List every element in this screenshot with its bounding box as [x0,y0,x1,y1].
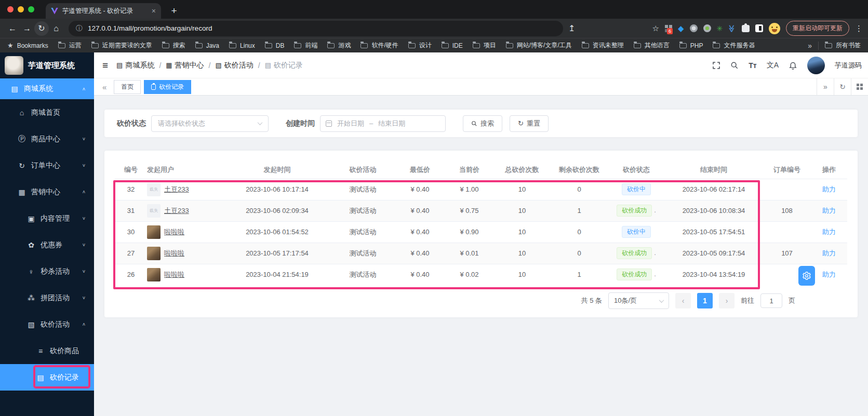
bookmark-folder[interactable]: 其他语言 [634,41,670,50]
layout-grid-icon[interactable] [851,78,868,95]
site-info-icon[interactable]: ⓘ [76,24,83,33]
extension-green-star-icon[interactable]: ✳ [717,24,723,33]
font-size-icon[interactable]: Tᴛ [749,61,756,70]
tag-bargain-record[interactable]: 砍价记录 [144,80,191,94]
sidebar-item-mall-home[interactable]: ⌂商城首页 [0,99,94,126]
search-button[interactable]: 搜索 [463,115,502,132]
assist-link[interactable]: 助力 [822,271,836,278]
bookmark-folder[interactable]: Linux [229,42,255,49]
bookmark-folder[interactable]: 项目 [473,41,496,50]
page-size-select[interactable]: 10条/页 [608,292,669,309]
restart-update-button[interactable]: 重新启动即可更新 [786,21,849,36]
tags-scroll-left-icon[interactable]: « [98,83,111,91]
tags-scroll-right-icon[interactable]: » [817,78,834,95]
sidebar-item-bargain-record[interactable]: ▤砍价记录 [0,364,94,391]
sidebar-item-product-center[interactable]: Ⓟ商品中心∨ [0,126,94,152]
prev-page-button[interactable]: ‹ [675,293,691,308]
folder-icon [442,43,449,48]
breadcrumb-marketing-center[interactable]: ▦营销中心 [166,61,204,70]
browser-menu-icon[interactable]: ⋮ [855,24,863,33]
sidebar-item-bargain-product[interactable]: ≡砍价商品 [0,338,94,364]
tags-refresh-icon[interactable]: ↻ [834,78,851,95]
end-date-input[interactable]: 结束日期 [378,119,405,128]
forward-icon[interactable]: → [20,21,34,36]
search-icon[interactable] [730,61,739,70]
reset-button[interactable]: ↻ 重置 [510,115,549,132]
tag-home[interactable]: 首页 [114,80,141,94]
profile-avatar[interactable] [769,23,780,34]
start-date-input[interactable]: 开始日期 [337,119,364,128]
assist-link[interactable]: 助力 [822,185,836,193]
sidebar-item-marketing-center[interactable]: ▦营销中心∧ [0,179,94,205]
next-page-button[interactable]: › [719,293,735,308]
user-name-link[interactable]: 土豆233 [164,206,189,216]
assist-link[interactable]: 助力 [822,207,836,214]
breadcrumb-mall-system[interactable]: ▤商城系统 [116,61,154,70]
all-bookmarks-folder[interactable]: 所有书签 [825,41,861,50]
bookmark-folder[interactable]: IDE [442,42,463,49]
goto-page-input[interactable] [760,293,782,308]
cell-user: 啦啦啦 [147,221,224,243]
assist-link[interactable]: 助力 [822,249,836,257]
window-zoom-button[interactable] [28,6,34,12]
user-name-link[interactable]: 啦啦啦 [164,227,184,237]
sidebar-item-coupon[interactable]: ✿优惠券∨ [0,232,94,258]
bookmark-folder[interactable]: PHP [679,42,703,49]
fullscreen-icon[interactable] [712,61,720,70]
bookmark-folder[interactable]: DB [265,42,285,49]
breadcrumb-bargain-activity[interactable]: ▧砍价活动 [215,61,253,70]
window-close-button[interactable] [7,6,14,12]
collapse-menu-icon[interactable]: ≡ [102,60,108,71]
sidebar-item-bargain-activity[interactable]: ▧砍价活动∧ [0,311,94,338]
extension-chevrons-icon[interactable]: ≫ [728,24,737,32]
bookmarks-overflow-icon[interactable]: » [808,42,812,50]
bookmark-folder[interactable]: 游戏 [327,41,351,50]
extensions-puzzle-icon[interactable] [742,25,750,32]
new-tab-button[interactable]: + [167,4,181,18]
extension-green-circle-icon[interactable] [703,24,711,32]
page-1-button[interactable]: 1 [697,293,713,308]
extension-diamond-icon[interactable]: ◆ [678,24,684,33]
sidebar-item-groupbuy-activity[interactable]: ⁂拼团活动∨ [0,285,94,311]
bookmark-folder[interactable]: 近期需要读的文章 [91,41,152,50]
user-avatar[interactable] [807,57,825,74]
browser-tab[interactable]: 芋道管理系统 - 砍价记录 × [46,3,161,19]
assist-link[interactable]: 助力 [822,228,836,236]
bookmark-folder[interactable]: 文件服务器 [713,41,755,50]
bookmark-folder[interactable]: 设计 [408,41,432,50]
bookmark-folder[interactable]: 搜索 [162,41,185,50]
bell-icon[interactable] [789,61,797,70]
settings-gear-button[interactable] [798,266,815,286]
user-name-link[interactable]: 啦啦啦 [164,249,184,258]
share-icon[interactable]: ↥ [568,23,575,33]
sidebar-item-mall-system[interactable]: ▤商城系统∧ [0,78,94,99]
status-select[interactable]: 请选择砍价状态 [151,115,269,132]
cell-start-time: 2023-10-06 10:17:14 [224,179,330,200]
bookmark-folder[interactable]: 资讯未整理 [582,41,624,50]
date-range-picker[interactable]: 开始日期 – 结束日期 [320,115,446,132]
user-name-link[interactable]: 土豆233 [164,185,189,194]
extension-square-icon[interactable] [755,24,763,32]
home-icon[interactable]: ⌂ [49,21,63,36]
back-icon[interactable]: ← [5,21,20,36]
bookmark-folder[interactable]: 软件/硬件 [360,41,398,50]
user-name-link[interactable]: 啦啦啦 [164,270,184,279]
url-bar[interactable]: ⓘ 127.0.0.1/mall/promotion/bargain/recor… [69,21,563,36]
bookmark-star-icon[interactable]: ☆ [652,24,659,33]
tab-close-icon[interactable]: × [152,7,156,15]
breadcrumb-bargain-record[interactable]: ▤砍价记录 [265,61,303,70]
sidebar-item-content-management[interactable]: ▣内容管理∨ [0,205,94,232]
bookmark-folder[interactable]: 网站/博客/文章/工具 [506,41,572,50]
window-minimize-button[interactable] [18,6,24,12]
bookmark-folder[interactable]: 运营 [58,41,82,50]
bookmarks-manager[interactable]: ★ Bookmarks [7,42,48,49]
sidebar-item-order-center[interactable]: ↻订单中心∨ [0,152,94,179]
sidebar-item-seckill-activity[interactable]: ♀秒杀活动∨ [0,258,94,285]
reload-icon[interactable]: ↻ [34,21,49,36]
bookmark-folder[interactable]: Java [195,42,219,49]
bookmark-folder[interactable]: 前端 [294,41,317,50]
extension-circle-icon[interactable] [690,24,698,32]
extension-blocks-icon[interactable]: 6 [665,25,672,32]
locale-icon[interactable]: 文A [767,61,779,70]
app-logo[interactable]: 芋道管理系统 [0,52,94,78]
